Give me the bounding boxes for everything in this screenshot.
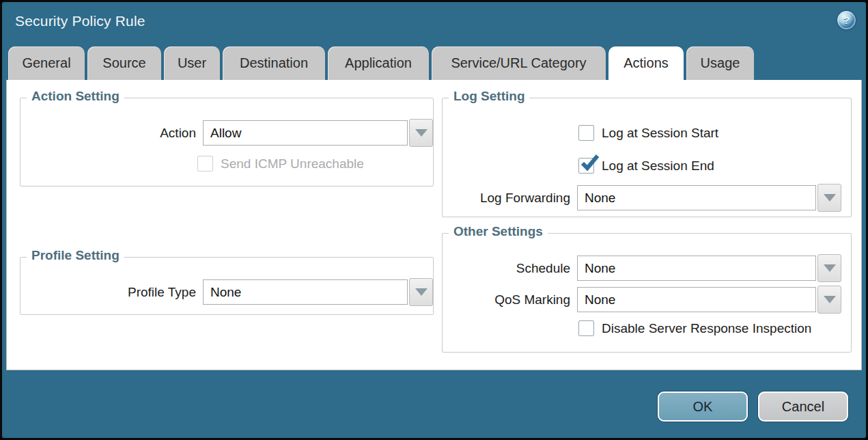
- help-icon[interactable]: ?: [837, 11, 856, 29]
- tab-bar: General Source User Destination Applicat…: [8, 46, 754, 80]
- qos-marking-dropdown: None: [577, 286, 841, 314]
- action-setting-group: Action Setting Action Allow Send ICMP Un…: [20, 98, 434, 187]
- send-icmp-unreachable-checkbox: [197, 156, 213, 171]
- log-setting-legend: Log Setting: [449, 89, 529, 104]
- other-settings-legend: Other Settings: [449, 224, 548, 239]
- log-at-session-start-label: Log at Session Start: [602, 126, 718, 141]
- log-setting-group: Log Setting Log at Session Start Log at …: [442, 98, 852, 217]
- security-policy-rule-dialog: Security Policy Rule ? General Source Us…: [0, 0, 868, 440]
- ok-button[interactable]: OK: [658, 391, 748, 422]
- tab-content-panel: Action Setting Action Allow Send ICMP Un…: [6, 80, 862, 370]
- tab-application[interactable]: Application: [328, 46, 429, 80]
- send-icmp-unreachable-label: Send ICMP Unreachable: [221, 156, 364, 171]
- log-at-session-start-checkbox[interactable]: [578, 125, 594, 141]
- cancel-button[interactable]: Cancel: [758, 391, 848, 422]
- profile-type-dropdown: None: [203, 278, 433, 306]
- profile-type-dropdown-button[interactable]: [409, 278, 433, 306]
- tab-user[interactable]: User: [164, 46, 220, 80]
- action-setting-legend: Action Setting: [27, 89, 124, 104]
- tab-source[interactable]: Source: [87, 46, 161, 80]
- chevron-down-icon: [415, 288, 428, 296]
- log-at-session-end-checkbox[interactable]: [578, 158, 594, 174]
- schedule-label: Schedule: [443, 261, 577, 276]
- log-forwarding-label: Log Forwarding: [443, 191, 577, 206]
- tab-actions[interactable]: Actions: [608, 46, 684, 80]
- log-forwarding-dropdown: None: [577, 184, 841, 212]
- action-label: Action: [27, 126, 203, 141]
- action-dropdown-value[interactable]: Allow: [203, 120, 408, 146]
- tab-general[interactable]: General: [8, 46, 85, 80]
- profile-type-label: Profile Type: [27, 285, 203, 300]
- profile-setting-group: Profile Setting Profile Type None: [20, 257, 434, 315]
- log-forwarding-dropdown-button[interactable]: [817, 184, 841, 212]
- profile-setting-legend: Profile Setting: [27, 248, 124, 263]
- tab-usage[interactable]: Usage: [686, 46, 754, 80]
- chevron-down-icon: [415, 129, 428, 137]
- chevron-down-icon: [824, 264, 836, 272]
- tab-service-url-category[interactable]: Service/URL Category: [432, 46, 606, 80]
- log-at-session-end-label: Log at Session End: [602, 159, 714, 174]
- schedule-dropdown-button[interactable]: [817, 254, 841, 282]
- action-dropdown: Allow: [203, 119, 433, 147]
- dialog-title: Security Policy Rule: [15, 13, 145, 29]
- profile-type-dropdown-value[interactable]: None: [203, 279, 408, 305]
- chevron-down-icon: [824, 194, 836, 202]
- disable-server-response-inspection-checkbox[interactable]: [578, 320, 594, 336]
- chevron-down-icon: [824, 296, 836, 303]
- schedule-dropdown: None: [577, 254, 841, 282]
- disable-server-response-inspection-label: Disable Server Response Inspection: [602, 321, 811, 336]
- qos-marking-label: QoS Marking: [443, 292, 577, 307]
- schedule-dropdown-value[interactable]: None: [577, 256, 816, 281]
- action-dropdown-button[interactable]: [409, 119, 433, 147]
- qos-marking-dropdown-value[interactable]: None: [577, 287, 816, 312]
- tab-destination[interactable]: Destination: [223, 46, 325, 80]
- qos-marking-dropdown-button[interactable]: [817, 286, 841, 314]
- log-forwarding-dropdown-value[interactable]: None: [577, 185, 816, 210]
- other-settings-group: Other Settings Schedule None QoS Marking…: [442, 233, 852, 353]
